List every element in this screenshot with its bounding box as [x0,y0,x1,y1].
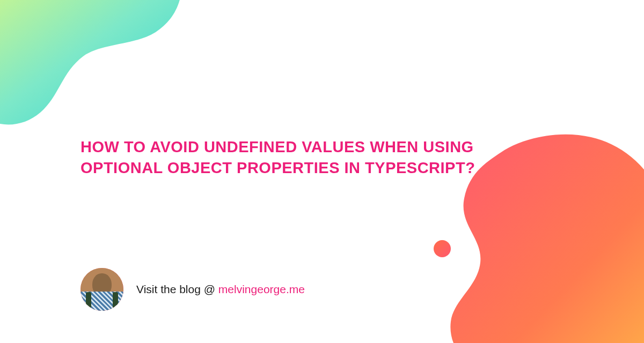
blog-link[interactable]: melvingeorge.me [218,283,305,295]
article-title: HOW TO AVOID UNDEFINED VALUES WHEN USING… [80,137,483,178]
visit-prefix: Visit the blog @ [136,283,218,295]
decorative-blob-top-left [0,0,193,139]
visit-blog-text: Visit the blog @ melvingeorge.me [136,283,305,296]
footer: Visit the blog @ melvingeorge.me [80,268,305,311]
author-avatar [80,268,123,311]
decorative-dot [434,240,451,257]
